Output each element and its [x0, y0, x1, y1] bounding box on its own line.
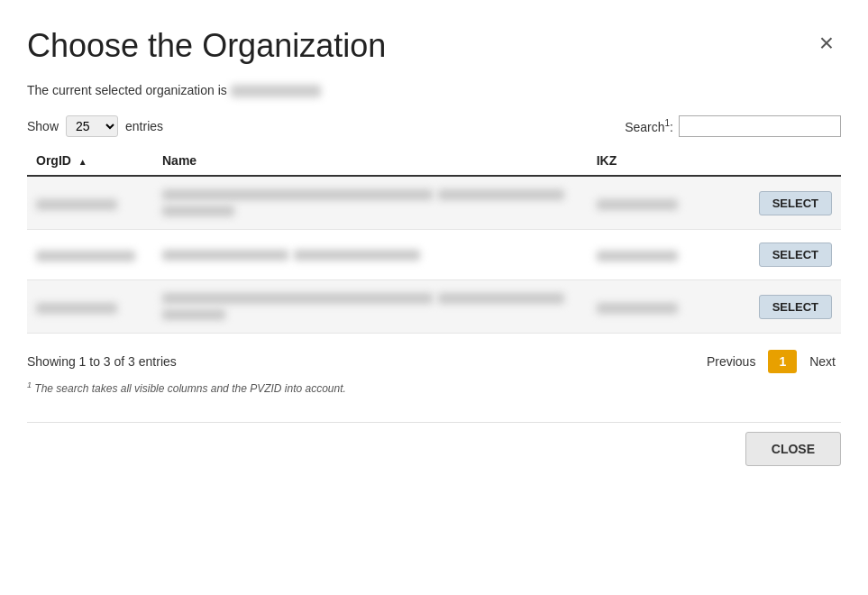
cell-ikz [588, 280, 750, 334]
current-org-text: The current selected organization is [27, 83, 841, 97]
organization-modal: Choose the Organization × The current se… [0, 0, 868, 595]
showing-text: Showing 1 to 3 of 3 entries [27, 354, 177, 369]
col-header-orgid: OrgID ▲ [27, 146, 153, 176]
show-label: Show [27, 119, 59, 133]
select-button[interactable]: SELECT [759, 295, 832, 319]
cell-orgid [27, 230, 153, 280]
controls-row: Show 25 10 50 100 entries Search1: [27, 115, 841, 137]
cell-action: SELECT [750, 176, 841, 230]
sort-arrow-icon: ▲ [78, 157, 87, 167]
cell-action: SELECT [750, 230, 841, 280]
page-1-button[interactable]: 1 [768, 350, 797, 373]
table-row: SELECT [27, 230, 841, 280]
search-label: Search1: [625, 118, 673, 134]
col-header-action [750, 146, 841, 176]
cell-name [153, 176, 588, 230]
cell-action: SELECT [750, 280, 841, 334]
previous-button[interactable]: Previous [701, 351, 761, 372]
cell-name [153, 280, 588, 334]
cell-ikz [588, 176, 750, 230]
close-x-button[interactable]: × [812, 27, 841, 60]
entries-label: entries [125, 119, 163, 133]
footer-row: Showing 1 to 3 of 3 entries Previous 1 N… [27, 350, 841, 373]
close-button[interactable]: CLOSE [745, 432, 841, 466]
entries-select[interactable]: 25 10 50 100 [66, 115, 118, 137]
search-area: Search1: [625, 115, 841, 137]
table-row: SELECT [27, 176, 841, 230]
search-input[interactable] [679, 115, 841, 137]
cell-ikz [588, 230, 750, 280]
show-entries: Show 25 10 50 100 entries [27, 115, 163, 137]
pagination: Previous 1 Next [701, 350, 841, 373]
current-org-value [231, 85, 321, 97]
next-button[interactable]: Next [804, 351, 841, 372]
col-header-ikz: IKZ [588, 146, 750, 176]
cell-orgid [27, 280, 153, 334]
footnote: 1 The search takes all visible columns a… [27, 380, 841, 395]
cell-orgid [27, 176, 153, 230]
organizations-table: OrgID ▲ Name IKZ [27, 146, 841, 334]
select-button[interactable]: SELECT [759, 243, 832, 267]
cell-name [153, 230, 588, 280]
modal-header: Choose the Organization × [27, 27, 841, 65]
table-row: SELECT [27, 280, 841, 334]
select-button[interactable]: SELECT [759, 191, 832, 215]
col-header-name: Name [153, 146, 588, 176]
table-header-row: OrgID ▲ Name IKZ [27, 146, 841, 176]
modal-title: Choose the Organization [27, 27, 386, 65]
bottom-bar: CLOSE [27, 422, 841, 466]
